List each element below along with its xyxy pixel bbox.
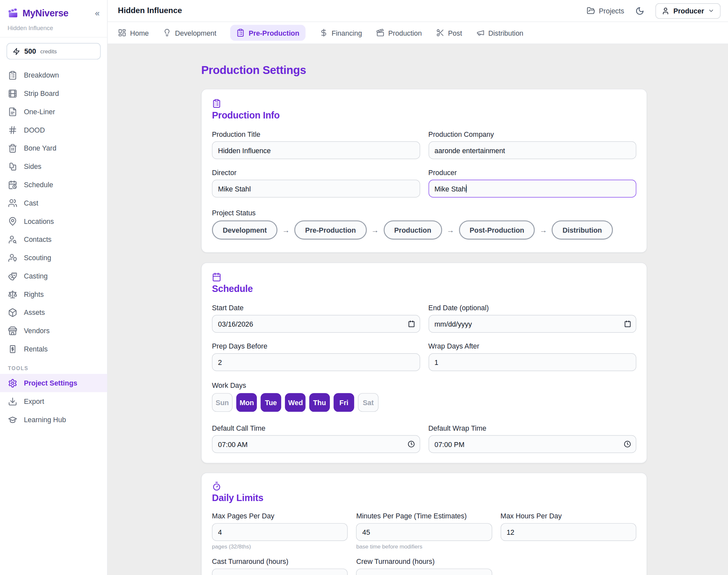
sidebar-item-dood[interactable]: DOOD — [0, 121, 107, 139]
tab-label: Home — [130, 29, 149, 37]
status-step-development[interactable]: Development — [212, 221, 277, 240]
tab-production[interactable]: Production — [376, 29, 422, 37]
calendar-icon — [212, 272, 636, 282]
sidebar-item-label: Casting — [24, 272, 48, 280]
day-button-tue[interactable]: Tue — [261, 393, 281, 412]
page-header-title: Hidden Influence — [118, 6, 182, 16]
sidebar-item-bone-yard[interactable]: Bone Yard — [0, 139, 107, 158]
producer-input[interactable] — [428, 180, 636, 197]
minutes-per-page-helper: base time before modifiers — [356, 543, 492, 550]
dollar-icon — [319, 29, 328, 37]
sidebar-item-vendors[interactable]: Vendors — [0, 322, 107, 340]
tab-pre-production[interactable]: Pre-Production — [230, 25, 305, 41]
calendar-picker-icon[interactable] — [408, 320, 415, 327]
default-wrap-time-input[interactable] — [428, 435, 636, 453]
film-icon — [8, 89, 18, 98]
sidebar-item-strip-board[interactable]: Strip Board — [0, 84, 107, 102]
calendar-picker-icon[interactable] — [624, 320, 631, 327]
minutes-per-page-input[interactable] — [356, 523, 492, 541]
max-pages-label: Max Pages Per Day — [212, 512, 348, 520]
sidebar-item-assets[interactable]: Assets — [0, 303, 107, 322]
sidebar-item-one-liner[interactable]: One-Liner — [0, 102, 107, 121]
prep-days-input[interactable] — [212, 353, 420, 371]
max-pages-input[interactable] — [212, 523, 348, 541]
gear-icon — [8, 378, 18, 388]
sidebar-item-casting[interactable]: Casting — [0, 267, 107, 285]
sidebar-item-label: Strip Board — [24, 89, 59, 97]
wrap-days-input[interactable] — [428, 353, 636, 371]
default-call-time-input[interactable] — [212, 435, 420, 453]
production-title-label: Production Title — [212, 130, 420, 138]
end-date-input[interactable] — [428, 315, 636, 333]
tab-home[interactable]: Home — [118, 29, 148, 37]
start-date-label: Start Date — [212, 304, 420, 311]
crew-turnaround-input[interactable] — [356, 569, 492, 575]
prep-days-label: Prep Days Before — [212, 342, 420, 350]
work-days-row: Sun Mon Tue Wed Thu Fri Sat — [212, 393, 636, 412]
account-label: Producer — [673, 7, 704, 15]
receipt-dollar-icon — [8, 344, 18, 354]
project-status-label: Project Status — [212, 209, 636, 217]
sidebar-item-project-settings[interactable]: Project Settings — [0, 374, 107, 393]
sidebar-item-label: Learning Hub — [24, 416, 66, 424]
sidebar-item-label: Rentals — [24, 345, 48, 353]
tab-development[interactable]: Development — [163, 29, 217, 37]
day-button-wed[interactable]: Wed — [285, 393, 306, 412]
day-button-thu[interactable]: Thu — [309, 393, 330, 412]
default-call-time-label: Default Call Time — [212, 424, 420, 432]
sidebar-item-rights[interactable]: Rights — [0, 285, 107, 303]
status-step-pre-production[interactable]: Pre-Production — [294, 221, 367, 240]
production-company-input[interactable] — [428, 141, 636, 159]
status-step-distribution[interactable]: Distribution — [552, 221, 613, 240]
day-button-sun[interactable]: Sun — [212, 393, 233, 412]
tab-financing[interactable]: Financing — [319, 29, 362, 37]
tab-distribution[interactable]: Distribution — [476, 29, 523, 37]
sidebar-item-contacts[interactable]: Contacts — [0, 230, 107, 249]
sidebar-item-sides[interactable]: Sides — [0, 157, 107, 175]
sidebar-item-schedule[interactable]: Schedule — [0, 175, 107, 194]
clock-icon[interactable] — [624, 440, 631, 448]
sidebar-item-export[interactable]: Export — [0, 392, 107, 410]
account-menu-button[interactable]: Producer — [656, 3, 721, 18]
max-hours-input[interactable] — [500, 523, 636, 541]
day-button-fri[interactable]: Fri — [334, 393, 354, 412]
sidebar-item-locations[interactable]: Locations — [0, 212, 107, 230]
graduation-cap-icon — [8, 415, 18, 425]
tab-post[interactable]: Post — [436, 29, 462, 37]
day-button-mon[interactable]: Mon — [236, 393, 257, 412]
credits-badge[interactable]: 500 credits — [6, 43, 100, 60]
projects-button[interactable]: Projects — [587, 6, 624, 15]
production-info-card: Production Info Production Title Product… — [201, 89, 647, 252]
director-label: Director — [212, 169, 420, 176]
credits-value: 500 — [24, 47, 36, 55]
end-date-label: End Date (optional) — [428, 304, 636, 311]
sidebar-item-label: Rights — [24, 290, 44, 298]
arrow-right-icon: → — [371, 226, 379, 234]
day-button-sat[interactable]: Sat — [358, 393, 379, 412]
clapperboard-icon — [376, 29, 384, 37]
sidebar-item-cast[interactable]: Cast — [0, 194, 107, 212]
tab-label: Distribution — [488, 29, 523, 37]
start-date-input[interactable] — [212, 315, 420, 333]
page-title: Production Settings — [201, 64, 647, 76]
tab-label: Financing — [332, 29, 362, 37]
sidebar-item-scouting[interactable]: Scouting — [0, 248, 107, 267]
status-step-production[interactable]: Production — [383, 221, 442, 240]
cast-turnaround-input[interactable] — [212, 569, 348, 575]
sidebar-item-learning-hub[interactable]: Learning Hub — [0, 410, 107, 429]
arrow-right-icon: → — [282, 226, 290, 234]
sidebar-item-breakdown[interactable]: Breakdown — [0, 66, 107, 84]
theme-toggle-button[interactable] — [635, 6, 644, 15]
content-scroll-area[interactable]: Production Settings Production Info Prod… — [108, 44, 728, 575]
sidebar-item-label: Vendors — [24, 327, 50, 334]
clock-icon[interactable] — [407, 440, 415, 448]
section-title: Schedule — [212, 284, 636, 295]
scissors-icon — [436, 29, 444, 37]
production-title-input[interactable] — [212, 141, 420, 159]
director-input[interactable] — [212, 180, 420, 197]
cast-turnaround-label: Cast Turnaround (hours) — [212, 557, 348, 565]
sidebar-item-rentals[interactable]: Rentals — [0, 340, 107, 358]
file-text-icon — [8, 107, 18, 116]
sidebar-collapse-button[interactable]: « — [95, 9, 100, 18]
status-step-post-production[interactable]: Post-Production — [459, 221, 535, 240]
